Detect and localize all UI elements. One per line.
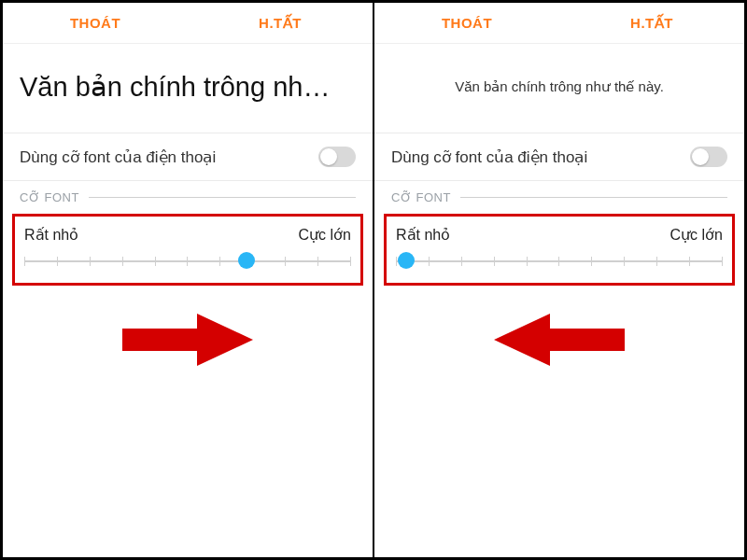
preview-area: Văn bản chính trông như thế này.	[374, 44, 744, 133]
use-phone-font-toggle[interactable]	[318, 147, 356, 167]
use-phone-font-toggle[interactable]	[690, 147, 727, 167]
section-divider	[89, 197, 356, 198]
panel-left: THOÁT H.TẤT Văn bản chính trông nh… Dùng…	[3, 3, 374, 557]
font-size-slider-highlight: Rất nhỏ Cực lớn	[384, 214, 735, 286]
slider-ticks	[24, 257, 351, 266]
preview-text: Văn bản chính trông như thế này.	[391, 78, 727, 95]
exit-button[interactable]: THOÁT	[3, 15, 188, 31]
done-button[interactable]: H.TẤT	[559, 15, 744, 32]
svg-marker-0	[122, 314, 253, 366]
toggle-knob	[320, 148, 337, 165]
slider-thumb[interactable]	[238, 252, 255, 269]
font-size-slider[interactable]	[24, 253, 351, 270]
section-label: CỠ FONT	[391, 190, 451, 204]
exit-button[interactable]: THOÁT	[374, 15, 559, 31]
preview-area: Văn bản chính trông nh…	[3, 44, 373, 133]
arrow-left-icon	[494, 312, 625, 368]
arrow-annotation	[374, 286, 744, 557]
use-phone-font-label: Dùng cỡ font của điện thoại	[20, 147, 216, 167]
top-bar: THOÁT H.TẤT	[3, 3, 373, 44]
font-size-slider-highlight: Rất nhỏ Cực lớn	[12, 214, 363, 286]
svg-marker-1	[494, 314, 625, 366]
slider-labels: Rất nhỏ Cực lớn	[24, 226, 351, 244]
slider-max-label: Cực lớn	[670, 226, 723, 244]
arrow-annotation	[3, 286, 373, 557]
font-size-section-header: CỠ FONT	[3, 181, 373, 210]
slider-thumb[interactable]	[398, 252, 415, 269]
preview-text: Văn bản chính trông nh…	[20, 71, 356, 103]
font-size-section-header: CỠ FONT	[374, 181, 744, 210]
slider-labels: Rất nhỏ Cực lớn	[396, 226, 723, 244]
panel-right: THOÁT H.TẤT Văn bản chính trông như thế …	[374, 3, 744, 557]
use-phone-font-label: Dùng cỡ font của điện thoại	[391, 147, 587, 167]
use-phone-font-row: Dùng cỡ font của điện thoại	[3, 133, 373, 181]
slider-min-label: Rất nhỏ	[24, 226, 78, 244]
slider-max-label: Cực lớn	[299, 226, 351, 244]
toggle-knob	[692, 148, 709, 165]
slider-ticks	[396, 257, 723, 266]
slider-min-label: Rất nhỏ	[396, 226, 450, 244]
done-button[interactable]: H.TẤT	[188, 15, 373, 32]
font-size-slider[interactable]	[396, 253, 723, 270]
arrow-right-icon	[122, 312, 253, 368]
comparison-container: THOÁT H.TẤT Văn bản chính trông nh… Dùng…	[0, 0, 747, 560]
section-label: CỠ FONT	[20, 190, 79, 204]
use-phone-font-row: Dùng cỡ font của điện thoại	[374, 133, 744, 181]
top-bar: THOÁT H.TẤT	[374, 3, 744, 44]
section-divider	[460, 197, 727, 198]
